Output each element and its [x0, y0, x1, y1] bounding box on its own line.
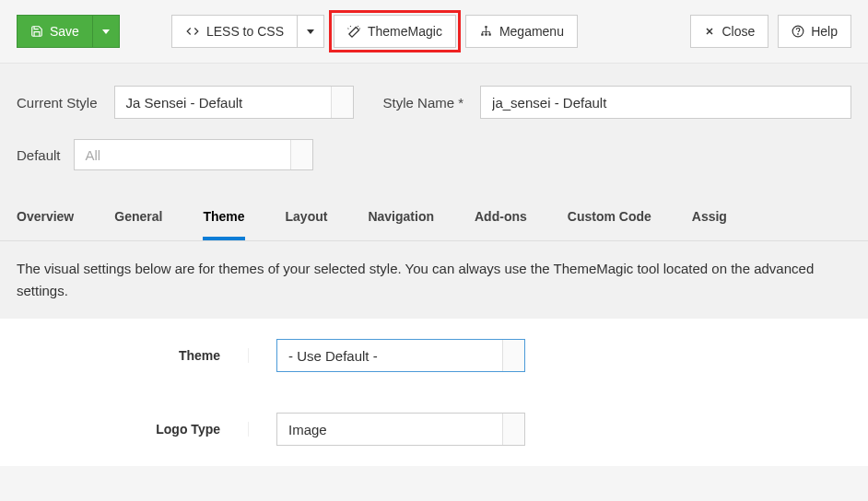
help-label: Help	[811, 24, 838, 39]
megamenu-button[interactable]: Megamenu	[465, 15, 578, 48]
top-toolbar: Save LESS to CSS ThemeMagic Megamenu	[0, 0, 868, 64]
style-row: Current Style Ja Sensei - Default Style …	[0, 64, 868, 126]
current-style-caret[interactable]	[331, 87, 353, 118]
logo-type-select[interactable]: Image	[276, 413, 525, 446]
save-icon	[30, 25, 43, 38]
default-label: Default	[17, 147, 61, 163]
theme-caret[interactable]	[502, 340, 524, 371]
thememagic-label: ThemeMagic	[368, 24, 442, 39]
tab-assignment[interactable]: Assig	[692, 194, 727, 240]
code-icon	[185, 25, 200, 38]
tab-addons[interactable]: Add-ons	[475, 194, 527, 240]
help-button[interactable]: Help	[778, 15, 851, 48]
theme-select[interactable]: - Use Default -	[276, 339, 525, 372]
caret-down-icon	[307, 29, 314, 34]
logo-type-label: Logo Type	[0, 422, 249, 437]
svg-rect-2	[485, 33, 487, 35]
thememagic-button[interactable]: ThemeMagic	[334, 15, 456, 48]
tab-general[interactable]: General	[114, 194, 162, 240]
form-row-theme: Theme - Use Default -	[0, 319, 868, 392]
close-label: Close	[721, 24, 755, 39]
save-button[interactable]: Save	[17, 15, 93, 48]
close-icon	[704, 26, 715, 37]
default-row: Default All	[0, 126, 868, 194]
current-style-label: Current Style	[17, 95, 98, 111]
current-style-select[interactable]: Ja Sensei - Default	[114, 86, 354, 119]
svg-rect-0	[485, 26, 487, 28]
tab-custom-code[interactable]: Custom Code	[568, 194, 651, 240]
theme-label: Theme	[0, 348, 249, 363]
tab-theme[interactable]: Theme	[203, 194, 244, 240]
form-area: Theme - Use Default - Logo Type Image	[0, 319, 868, 466]
less-to-css-group: LESS to CSS	[171, 15, 324, 48]
less-to-css-dropdown-button[interactable]	[298, 15, 324, 48]
less-to-css-label: LESS to CSS	[206, 24, 284, 39]
default-caret[interactable]	[290, 140, 312, 169]
magic-wand-icon	[347, 25, 361, 39]
megamenu-label: Megamenu	[499, 24, 564, 39]
form-row-logo-type: Logo Type Image	[0, 392, 868, 466]
save-button-group: Save	[17, 15, 120, 48]
tabs: Overview General Theme Layout Navigation…	[0, 194, 868, 241]
logo-type-value: Image	[277, 422, 338, 437]
close-button[interactable]: Close	[690, 15, 768, 48]
svg-rect-3	[488, 33, 490, 35]
svg-rect-1	[481, 33, 483, 35]
default-select[interactable]: All	[74, 139, 313, 170]
sitemap-icon	[479, 25, 493, 38]
help-icon	[792, 25, 804, 38]
style-name-label: Style Name *	[383, 95, 464, 111]
tab-description: The visual settings below are for themes…	[0, 241, 868, 319]
less-to-css-button[interactable]: LESS to CSS	[171, 15, 298, 48]
tab-layout[interactable]: Layout	[286, 194, 328, 240]
save-dropdown-button[interactable]	[93, 15, 120, 48]
caret-down-icon	[102, 29, 110, 34]
tab-navigation[interactable]: Navigation	[368, 194, 434, 240]
logo-type-caret[interactable]	[502, 414, 524, 445]
current-style-value: Ja Sensei - Default	[115, 95, 254, 111]
style-name-input[interactable]	[480, 86, 851, 119]
save-button-label: Save	[50, 24, 79, 39]
default-value: All	[75, 147, 112, 163]
tab-overview[interactable]: Overview	[17, 194, 74, 240]
theme-value: - Use Default -	[277, 348, 389, 364]
svg-point-7	[798, 34, 799, 35]
